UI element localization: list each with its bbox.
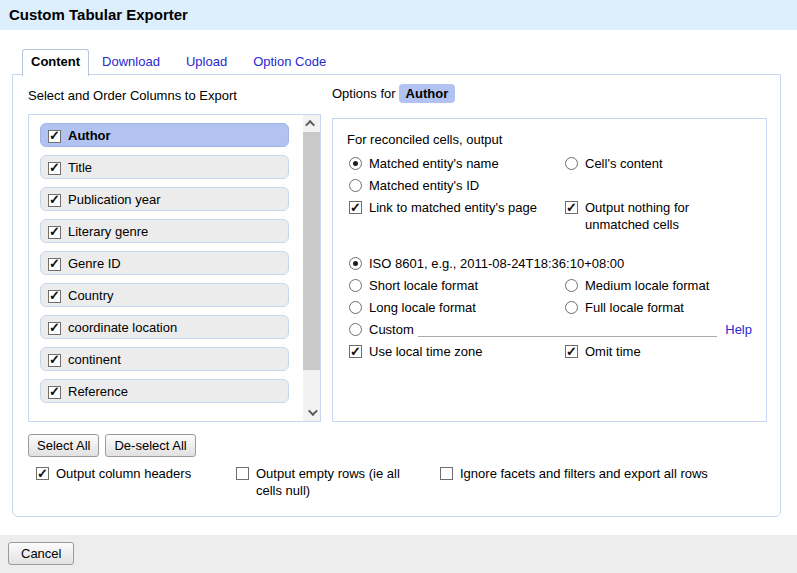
radio-matched-entity-id[interactable]: Matched entity's ID [347,177,563,199]
selected-column-badge: Author [399,84,456,103]
dialog-footer: Cancel [0,535,797,573]
column-item-label: Literary genre [68,224,148,239]
custom-date-format-row: Custom Help [347,321,752,343]
column-item-label: coordinate location [68,320,177,335]
radio-iso-8601[interactable]: ISO 8601, e.g., 2011-08-24T18:36:10+08:0… [347,255,752,277]
checkbox-icon[interactable] [236,467,249,480]
reconciled-options: Matched entity's name Cell's content Mat… [347,155,752,233]
select-all-button[interactable]: Select All [28,434,99,457]
options-heading: Options forAuthor [332,86,455,101]
options-heading-prefix: Options for [332,86,396,101]
column-checkbox-author[interactable] [48,130,61,143]
chevron-up-icon [305,120,315,130]
column-checkbox-publication-year[interactable] [48,194,61,207]
checkbox-icon[interactable] [349,345,362,358]
column-checkbox-genre-id[interactable] [48,258,61,271]
chevron-down-icon [308,406,318,416]
radio-custom[interactable]: Custom [347,321,414,338]
content-tab-panel: Select and Order Columns to Export Optio… [12,74,781,517]
column-item-label: Title [68,160,92,175]
column-item-author[interactable]: Author [40,123,289,147]
column-list: Author Title Publication year Literary g… [28,114,321,422]
column-list-items: Author Title Publication year Literary g… [29,115,303,421]
column-checkbox-continent[interactable] [48,354,61,367]
column-item-label: Publication year [68,192,161,207]
tab-download[interactable]: Download [89,49,173,75]
checkbox-link-to-matched-entity-page[interactable]: Link to matched entity's page [347,199,563,233]
radio-full-locale-format[interactable]: Full locale format [563,299,752,321]
tab-content[interactable]: Content [22,49,89,76]
radio-icon[interactable] [349,257,362,270]
column-item-label: continent [68,352,121,367]
dialog-title: Custom Tabular Exporter [0,0,797,30]
column-list-scrollbar[interactable] [303,115,320,421]
column-item-literary-genre[interactable]: Literary genre [40,219,289,243]
column-options-box: For reconciled cells, output Matched ent… [332,118,767,422]
radio-short-locale-format[interactable]: Short locale format [347,277,563,299]
radio-icon[interactable] [349,301,362,314]
scrollbar-thumb[interactable] [303,132,320,370]
checkbox-ignore-facets-and-filters[interactable]: Ignore facets and filters and export all… [438,465,708,499]
custom-date-format-input[interactable] [418,321,717,337]
column-item-label: Country [68,288,114,303]
column-checkbox-literary-genre[interactable] [48,226,61,239]
radio-icon[interactable] [565,301,578,314]
radio-icon[interactable] [349,279,362,292]
column-checkbox-reference[interactable] [48,386,61,399]
radio-icon[interactable] [349,323,362,336]
checkbox-icon[interactable] [36,467,49,480]
radio-matched-entity-name[interactable]: Matched entity's name [347,155,563,177]
column-item-label: Author [68,128,111,143]
column-item-coordinate-location[interactable]: coordinate location [40,315,289,339]
tab-upload[interactable]: Upload [173,49,240,75]
scroll-up-button[interactable] [303,115,320,132]
column-checkbox-title[interactable] [48,162,61,175]
checkbox-icon[interactable] [565,345,578,358]
radio-cells-content[interactable]: Cell's content [563,155,752,177]
checkbox-output-empty-rows[interactable]: Output empty rows (ie all cells null) [234,465,438,499]
deselect-all-button[interactable]: De-select All [105,434,195,457]
checkbox-omit-time[interactable]: Omit time [563,343,752,365]
checkbox-icon[interactable] [349,201,362,214]
scroll-down-button[interactable] [303,404,320,421]
list-buttons: Select All De-select All [28,434,196,457]
row-output-options: Output column headers Output empty rows … [34,465,708,499]
column-item-country[interactable]: Country [40,283,289,307]
column-item-continent[interactable]: continent [40,347,289,371]
radio-icon[interactable] [565,279,578,292]
columns-heading: Select and Order Columns to Export [28,88,237,103]
column-checkbox-country[interactable] [48,290,61,303]
help-link[interactable]: Help [725,321,752,338]
radio-icon[interactable] [565,157,578,170]
column-item-publication-year[interactable]: Publication year [40,187,289,211]
column-item-reference[interactable]: Reference [40,379,289,403]
radio-medium-locale-format[interactable]: Medium locale format [563,277,752,299]
radio-icon[interactable] [349,179,362,192]
date-format-options: ISO 8601, e.g., 2011-08-24T18:36:10+08:0… [347,255,752,365]
reconciled-heading: For reconciled cells, output [347,132,752,147]
checkbox-output-nothing-unmatched[interactable]: Output nothing for unmatched cells [563,199,752,233]
checkbox-use-local-time-zone[interactable]: Use local time zone [347,343,563,365]
column-checkbox-coordinate-location[interactable] [48,322,61,335]
cancel-button[interactable]: Cancel [8,542,74,565]
checkbox-output-column-headers[interactable]: Output column headers [34,465,234,499]
checkbox-icon[interactable] [565,201,578,214]
tab-option-code[interactable]: Option Code [240,49,339,75]
radio-long-locale-format[interactable]: Long locale format [347,299,563,321]
column-item-label: Genre ID [68,256,121,271]
radio-icon[interactable] [349,157,362,170]
checkbox-icon[interactable] [440,467,453,480]
column-item-genre-id[interactable]: Genre ID [40,251,289,275]
column-item-label: Reference [68,384,128,399]
tab-bar: Content Download Upload Option Code [22,49,339,75]
column-item-title[interactable]: Title [40,155,289,179]
